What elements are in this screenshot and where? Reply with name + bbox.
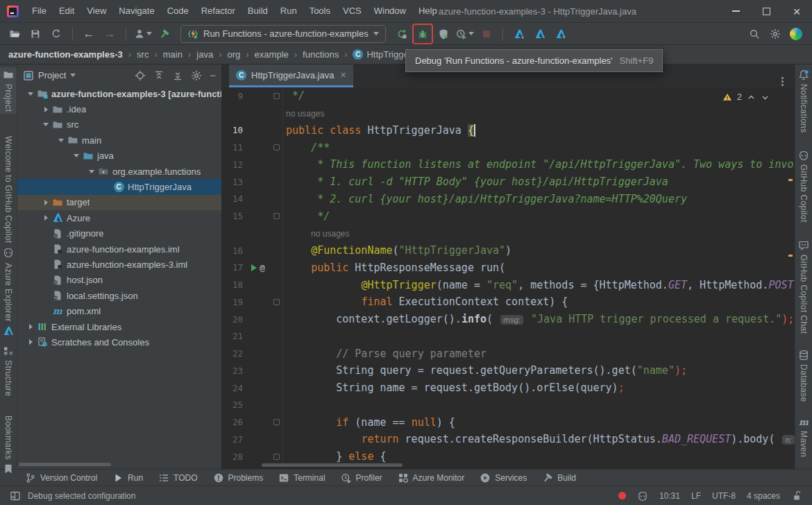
azure-deploy-button[interactable] <box>552 25 570 43</box>
tool-strip-item-structure[interactable]: Structure <box>0 343 17 398</box>
minimize-button[interactable] <box>720 0 751 22</box>
menu-run[interactable]: Run <box>274 0 303 22</box>
tree-item-azure-function-examples-3-azure-functi[interactable]: azure-function-examples-3 [azure-functi <box>17 86 221 101</box>
debug-button[interactable] <box>414 25 432 43</box>
tree-item-local-settings-json[interactable]: local.settings.json <box>17 288 221 303</box>
line-separator[interactable]: LF <box>691 491 701 501</box>
menu-view[interactable]: View <box>81 0 112 22</box>
back-arrow-button[interactable]: ← <box>80 25 98 43</box>
build-hammer-button[interactable] <box>155 25 174 43</box>
tree-item-httptriggerjava[interactable]: CHttpTriggerJava <box>17 179 221 194</box>
tree-item--gitignore[interactable]: .gitignore <box>17 226 221 241</box>
tool-strip-item-database[interactable]: Database <box>795 348 812 404</box>
chevron-right-icon[interactable] <box>26 339 35 345</box>
azure-function-button[interactable] <box>531 25 549 43</box>
breadcrumb-item[interactable]: example <box>255 49 289 60</box>
breadcrumb-item[interactable]: java <box>196 49 213 60</box>
menu-refactor[interactable]: Refactor <box>195 0 242 22</box>
tree-item-scratches-and-consoles[interactable]: Scratches and Consoles <box>17 334 221 350</box>
chevron-down-icon[interactable] <box>56 136 66 145</box>
menu-build[interactable]: Build <box>242 0 274 22</box>
chevron-right-icon[interactable] <box>26 324 35 329</box>
fold-marker-icon[interactable] <box>273 299 280 305</box>
tool-strip-item-github-copilot-chat[interactable]: GitHub Copilot Chat <box>795 238 812 336</box>
tree-item-azure-function-examples-iml[interactable]: azure-function-examples.iml <box>17 241 221 257</box>
locate-icon[interactable] <box>135 70 146 81</box>
tree-item-target[interactable]: target <box>17 195 221 210</box>
collapse-all-icon[interactable] <box>172 70 183 81</box>
menu-edit[interactable]: Edit <box>53 0 81 22</box>
toolwindow-profiler[interactable]: Profiler <box>341 472 382 483</box>
editor-hscrollbar[interactable] <box>262 463 403 467</box>
open-folder-button[interactable] <box>6 25 24 43</box>
user-button[interactable] <box>133 25 153 43</box>
caret-position[interactable]: 10:31 <box>659 491 680 501</box>
record-icon[interactable] <box>618 492 626 499</box>
expand-all-icon[interactable] <box>153 70 164 81</box>
settings-button[interactable] <box>766 25 784 43</box>
menu-window[interactable]: Window <box>368 0 412 22</box>
menu-vcs[interactable]: VCS <box>337 0 368 22</box>
toolwindow-run[interactable]: Run <box>112 472 143 483</box>
tool-strip-item-azure-explorer[interactable]: Azure Explorer <box>0 261 17 339</box>
tree-item-host-json[interactable]: host.json <box>17 273 221 288</box>
chevron-right-icon[interactable] <box>41 200 51 205</box>
gradient-ball-button[interactable] <box>787 25 805 43</box>
unlock-icon[interactable] <box>791 490 802 502</box>
fold-marker-icon[interactable] <box>273 419 280 425</box>
tree-item--idea[interactable]: .idea <box>17 101 221 117</box>
chevron-down-icon[interactable] <box>26 89 35 99</box>
file-encoding[interactable]: UTF-8 <box>712 491 736 501</box>
toolwindow-services[interactable]: Services <box>480 472 527 483</box>
warning-stripe-mark[interactable] <box>788 179 793 181</box>
tree-item-azure[interactable]: Azure <box>17 210 221 225</box>
chevron-down-icon[interactable] <box>87 167 96 176</box>
fold-marker-icon[interactable] <box>273 454 280 460</box>
azure-function-add-button[interactable] <box>510 25 528 43</box>
tool-strip-item-project[interactable]: Project <box>0 67 17 114</box>
breadcrumb-item[interactable]: functions <box>303 49 339 60</box>
toolwindow-terminal[interactable]: Terminal <box>278 472 325 483</box>
profiler-button[interactable] <box>455 25 475 43</box>
fold-marker-icon[interactable] <box>273 93 280 99</box>
tree-item-azure-function-examples-3-iml[interactable]: azure-function-examples-3.iml <box>17 257 221 272</box>
stop-button[interactable] <box>477 25 496 43</box>
layout-icon[interactable] <box>10 490 21 502</box>
menu-navigate[interactable]: Navigate <box>112 0 160 22</box>
tool-strip-item-welcome-to-github-copilot[interactable]: Welcome to GitHub Copilot <box>0 134 17 260</box>
indent-style[interactable]: 4 spaces <box>747 491 780 501</box>
close-button[interactable]: × <box>781 0 812 22</box>
hide-panel-icon[interactable]: − <box>210 70 216 80</box>
close-tab-icon[interactable]: × <box>340 69 346 80</box>
tree-item-java[interactable]: java <box>17 148 221 164</box>
editor-options-icon[interactable] <box>781 74 784 85</box>
fold-marker-icon[interactable] <box>273 144 280 151</box>
tool-strip-item-notifications[interactable]: Notifications <box>795 67 812 135</box>
menu-file[interactable]: File <box>26 0 53 22</box>
toolwindow-build[interactable]: Build <box>542 472 576 483</box>
copilot-status-icon[interactable] <box>637 490 648 502</box>
toolwindow-problems[interactable]: Problems <box>213 472 264 483</box>
fold-marker-icon[interactable] <box>273 213 280 219</box>
save-button[interactable] <box>26 25 44 43</box>
sync-button[interactable] <box>47 25 65 43</box>
chevron-down-icon[interactable] <box>41 120 51 129</box>
toolwindow-todo[interactable]: TODO <box>158 472 197 483</box>
tool-strip-item-github-copilot[interactable]: GitHub Copilot <box>795 148 812 225</box>
menu-code[interactable]: Code <box>161 0 195 22</box>
toolwindow-azure-monitor[interactable]: Azure Monitor <box>398 472 465 483</box>
chevron-down-icon[interactable] <box>71 151 81 160</box>
tree-item-pom-xml[interactable]: mpom.xml <box>17 303 221 318</box>
chevron-down-icon[interactable] <box>70 74 76 80</box>
usages-inlay-hint[interactable]: no usages <box>286 229 350 239</box>
project-tree-hscrollbar[interactable] <box>19 463 111 466</box>
tree-item-main[interactable]: main <box>17 132 221 148</box>
toolwindow-version-control[interactable]: Version Control <box>25 472 97 483</box>
forward-arrow-button[interactable]: → <box>101 25 119 43</box>
chevron-right-icon[interactable] <box>41 215 51 221</box>
breadcrumb-item[interactable]: src <box>137 49 149 60</box>
breadcrumb-item[interactable]: azure-function-examples-3 <box>8 49 123 60</box>
breadcrumb-item[interactable]: org <box>227 49 240 60</box>
settings-icon[interactable] <box>191 70 202 81</box>
maximize-button[interactable] <box>751 0 781 22</box>
